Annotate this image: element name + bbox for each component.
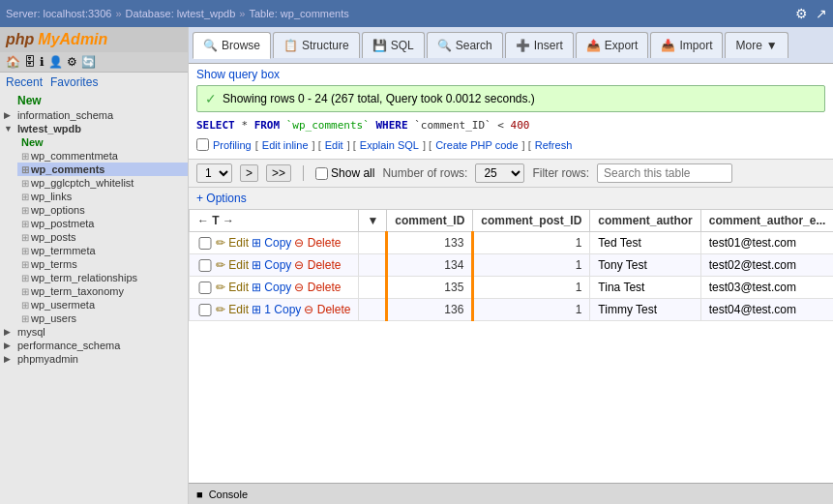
sidebar-item-wp-users[interactable]: ⊞ wp_users [17,311,188,325]
th-comment-post-id[interactable]: comment_post_ID [473,210,590,232]
options-label: wp_options [31,204,85,216]
tab-browse[interactable]: 🔍 Browse [193,32,271,59]
sidebar-item-information-schema[interactable]: ▶ information_schema [0,108,188,122]
show-all-checkbox[interactable] [315,167,328,180]
tab-export[interactable]: 📤 Export [576,32,649,58]
termtax-label: wp_term_taxonomy [31,285,124,297]
th-comment-author-email[interactable]: comment_author_e... [700,210,833,232]
sidebar-item-mysql[interactable]: ▶ mysql [0,325,188,339]
row-checkbox-0[interactable] [197,237,213,250]
sidebar-item-lwtest-wpdb[interactable]: ▼ lwtest_wpdb [0,122,188,135]
explain-sql-link[interactable]: Explain SQL [360,139,419,151]
copy-btn-1[interactable]: ⊞ Copy [252,258,291,272]
edit-btn-0[interactable]: ✏ Edit [216,236,249,250]
breadcrumb: Server: localhost:3306 » Database: lwtes… [6,8,349,19]
tab-search[interactable]: 🔍 Search [427,32,503,58]
rows-select[interactable]: 25 50 100 [475,163,524,183]
table-icon-usermeta: ⊞ [21,300,29,311]
success-msg: Showing rows 0 - 24 (267 total, Query to… [223,92,535,105]
th-sort[interactable]: ▼ [359,210,387,232]
row-post-id-0: 1 [473,232,590,254]
sidebar-item-wp-term-tax[interactable]: ⊞ wp_term_taxonomy [17,284,188,298]
row-email-1: test02@test.com [700,254,833,277]
info-icon[interactable]: ℹ [40,55,45,69]
filter-input[interactable] [597,163,732,183]
th-comment-author[interactable]: comment_author [590,210,700,232]
recent-tab[interactable]: Recent [6,75,43,89]
sort-icon[interactable]: T [212,214,219,227]
delete-btn-1[interactable]: ⊖ Delete [294,258,341,272]
settings-icon[interactable]: ⚙ [795,6,808,21]
delete-btn-3[interactable]: ⊖ Delete [304,303,350,316]
sidebar-item-wp-options[interactable]: ⊞ wp_options [17,203,188,217]
sidebar-item-wp-postmeta[interactable]: ⊞ wp_postmeta [17,217,188,230]
sidebar-item-wp-term-rel[interactable]: ⊞ wp_term_relationships [17,271,188,284]
sidebar-item-wp-posts[interactable]: ⊞ wp_posts [17,230,188,244]
options-link[interactable]: + Options [196,192,247,205]
copy-btn-3[interactable]: ⊞ 1 Copy [252,303,301,316]
refresh-link[interactable]: Refresh [535,139,573,151]
edit-link[interactable]: Edit [325,139,343,151]
table-icon-termrel: ⊞ [21,273,29,283]
sidebar-item-wp-termmeta[interactable]: ⊞ wp_termmeta [17,244,188,257]
th-comment-id[interactable]: comment_ID [387,210,473,232]
sidebar-new-table[interactable]: New [17,135,188,149]
favorites-tab[interactable]: Favorites [50,75,98,89]
sidebar-item-wp-gglcptch[interactable]: ⊞ wp_gglcptch_whitelist [17,176,188,190]
refresh-icon[interactable]: 🔄 [81,55,96,69]
profiling-checkbox[interactable] [196,138,209,151]
sidebar-item-wp-commentmeta[interactable]: ⊞ wp_commentmeta [17,149,188,163]
tab-insert[interactable]: ➕ Insert [505,32,574,58]
rows-label: Number of rows: [382,166,467,180]
sidebar-new[interactable]: New [0,93,188,108]
sidebar-item-phpmyadmin[interactable]: ▶ phpmyadmin [0,352,188,366]
delete-btn-0[interactable]: ⊖ Delete [294,236,341,250]
top-bar-icons: ⚙ ↗ [795,6,827,21]
home-icon[interactable]: 🏠 [6,55,20,69]
mysql-expander: ▶ [4,327,17,337]
row-email-2: test03@test.com [700,277,833,299]
row-actions-1: ✏ Edit ⊞ Copy ⊖ Delete [190,254,359,277]
create-php-link[interactable]: Create PHP code [435,139,518,151]
delete-btn-2[interactable]: ⊖ Delete [294,281,341,294]
edit-btn-2[interactable]: ✏ Edit [216,281,249,294]
table-icon-ggl: ⊞ [21,178,29,189]
copy-btn-2[interactable]: ⊞ Copy [252,281,291,294]
settings2-icon[interactable]: ⚙ [67,55,77,69]
sidebar-item-performance-schema[interactable]: ▶ performance_schema [0,339,188,352]
sidebar-item-wp-usermeta[interactable]: ⊞ wp_usermeta [17,298,188,311]
nav-next-btn[interactable]: > [240,164,258,182]
sidebar-item-wp-links[interactable]: ⊞ wp_links [17,190,188,203]
console-bar[interactable]: ■ Console [189,483,833,504]
more-label: More [735,39,761,52]
tab-import[interactable]: 📥 Import [650,32,723,58]
usermeta-label: wp_usermeta [31,299,95,311]
table-header-row: ← T → ▼ comment_ID comment_post_ID comme… [190,210,834,232]
sidebar-item-wp-terms[interactable]: ⊞ wp_terms [17,257,188,271]
sidebar-icon-row: 🏠 🗄 ℹ 👤 ⚙ 🔄 [0,52,188,73]
show-query-link[interactable]: Show query box [196,68,280,81]
tab-sql[interactable]: 💾 SQL [362,32,425,58]
th-arrows: ← T → [190,210,359,232]
edit-btn-3[interactable]: ✏ Edit [216,303,249,316]
row-author-2: Tina Test [590,277,700,299]
edit-btn-1[interactable]: ✏ Edit [216,258,249,272]
edit-inline-link[interactable]: Edit inline [262,139,309,151]
sidebar-item-wp-comments[interactable]: ⊞ wp_comments [17,163,188,176]
row-email-3: test04@test.com [700,299,833,321]
profiling-link[interactable]: Profiling [213,139,252,151]
row-checkbox-1[interactable] [197,259,213,272]
tab-more[interactable]: More ▼ [725,32,788,58]
external-link-icon[interactable]: ↗ [816,6,827,21]
row-checkbox-3[interactable] [197,304,213,316]
tab-structure[interactable]: 📋 Structure [273,32,360,58]
row-checkbox-2[interactable] [197,282,213,294]
sep1: » [115,8,121,19]
user-icon[interactable]: 👤 [48,55,63,69]
nav-last-btn[interactable]: >> [266,164,291,182]
perf-expander: ▶ [4,341,17,350]
termrel-label: wp_term_relationships [31,272,137,283]
page-select[interactable]: 1 [196,163,232,183]
db-icon[interactable]: 🗄 [24,55,36,69]
copy-btn-0[interactable]: ⊞ Copy [252,236,291,250]
